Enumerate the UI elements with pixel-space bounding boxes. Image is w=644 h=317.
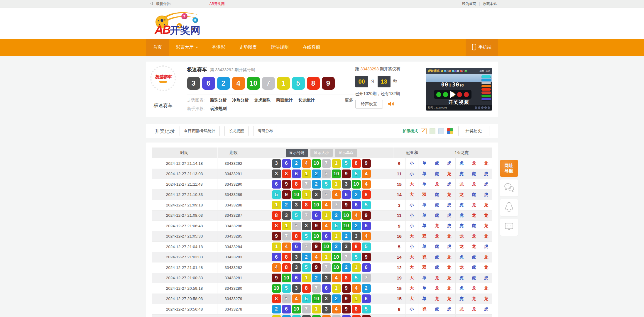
- table-row: 2024-12-27 21:05:33334332859785106123416…: [152, 231, 492, 242]
- dragon-tiger-value: 龙: [484, 265, 488, 270]
- display-button-显示号码[interactable]: 显示号码: [286, 149, 308, 157]
- nav-item-走势图表[interactable]: 走势图表: [232, 39, 264, 56]
- number-ball-4: 4: [292, 294, 301, 303]
- phone-icon: [472, 44, 476, 51]
- result-balls: 12531047689: [250, 315, 393, 317]
- number-ball-3: 3: [292, 263, 301, 272]
- bookmark-link[interactable]: 收藏本站: [483, 1, 497, 6]
- issue-cell: 33433290: [217, 179, 250, 189]
- number-ball-3: 3: [302, 315, 311, 317]
- size: 小: [405, 169, 418, 179]
- number-ball-8: 8: [352, 243, 361, 251]
- number-ball-6: 6: [292, 243, 301, 251]
- number-ball-7: 7: [362, 274, 371, 282]
- number-ball-2: 2: [342, 263, 351, 272]
- nav-item-彩票大厅[interactable]: 彩票大厅▼: [169, 39, 205, 56]
- sound-on-icon[interactable]: [388, 101, 395, 108]
- number-ball-2: 2: [312, 169, 321, 178]
- size: 小: [405, 200, 418, 210]
- bell-settings-button[interactable]: 铃声设置: [355, 100, 383, 109]
- video-timer: 00:3093: [426, 81, 479, 88]
- parity: 单: [418, 242, 431, 252]
- sum: 14: [393, 190, 405, 200]
- dragon-tiger: 虎: [455, 158, 468, 169]
- number-ball-3: 3: [322, 305, 331, 313]
- number-ball-5: 5: [362, 201, 371, 209]
- parity-value: 单: [422, 202, 427, 208]
- size: 大: [405, 283, 418, 294]
- dragon-tiger-value: 龙: [484, 213, 488, 218]
- eye-mode-color-swatch[interactable]: [447, 128, 453, 134]
- wechat-button[interactable]: [500, 179, 518, 196]
- site-nav-button[interactable]: 网址导航: [500, 160, 518, 177]
- sum: 8: [393, 304, 405, 314]
- dragon-tiger-value: 龙: [459, 265, 464, 270]
- nav-item-香港彩[interactable]: 香港彩: [205, 39, 232, 56]
- number-ball-1: 1: [277, 77, 290, 90]
- size: [405, 315, 418, 317]
- eye-mode-blue-swatch[interactable]: [438, 128, 444, 134]
- number-ball-5: 5: [302, 263, 311, 272]
- header-strip: 7 8 6 9 AB开奖网: [0, 8, 644, 39]
- number-ball-7: 7: [322, 159, 331, 168]
- number-ball-1: 1: [322, 211, 331, 220]
- nav-item-玩法规则[interactable]: 玩法规则: [264, 39, 295, 56]
- display-button-显示大小[interactable]: 显示大小: [310, 149, 333, 157]
- dragon-tiger-value: 虎: [447, 223, 451, 228]
- dragon-tiger: 虎: [468, 190, 480, 200]
- time-cell: 2024-12-27 21:10:33: [152, 190, 217, 200]
- number-ball-9: 9: [282, 190, 291, 199]
- rules-link[interactable]: 玩法规则: [210, 106, 227, 111]
- number-ball-3: 3: [187, 77, 200, 90]
- number-ball-1: 1: [282, 222, 291, 230]
- number-ball-4: 4: [322, 201, 331, 209]
- site-logo[interactable]: 7 8 6 9 AB开奖网: [154, 9, 222, 38]
- set-home-link[interactable]: 设为首页: [462, 1, 476, 6]
- number-ball-7: 7: [302, 180, 311, 189]
- trend-link-两面统计[interactable]: 两面统计: [276, 98, 293, 103]
- parity-value: 双: [422, 192, 427, 197]
- stat-button-号码分布[interactable]: 号码分布: [253, 126, 277, 136]
- number-ball-4: 4: [282, 243, 291, 251]
- size: 小: [405, 221, 418, 231]
- number-ball-1: 1: [332, 180, 341, 189]
- trend-link-路珠分析[interactable]: 路珠分析: [210, 98, 227, 103]
- mobile-version-button[interactable]: 手机端: [466, 39, 498, 56]
- number-ball-5: 5: [362, 305, 371, 313]
- stat-button-今日双面/号码统计[interactable]: 今日双面/号码统计: [180, 126, 220, 136]
- size-value: 大: [410, 255, 414, 260]
- number-ball-9: 9: [322, 77, 335, 90]
- video-issue-count: 期数 : 868: [479, 69, 490, 73]
- number-ball-4: 4: [362, 169, 371, 178]
- play-icon[interactable]: [450, 91, 456, 98]
- number-ball-1: 1: [332, 232, 341, 240]
- size-value: 小: [410, 306, 414, 312]
- live-draw-video[interactable]: 极速赛车 期数 : 868 00:3093 开奖视频 期号 : 30270903: [426, 68, 492, 111]
- issue-cell: 33433283: [217, 252, 250, 262]
- dragon-tiger: [431, 315, 443, 317]
- issue-cell: 33433291: [217, 169, 250, 179]
- issue-cell: 33433280: [217, 283, 250, 294]
- trend-link-龙虎路珠[interactable]: 龙虎路珠: [254, 98, 271, 103]
- number-ball-8: 8: [352, 305, 361, 313]
- number-ball-3: 3: [292, 201, 301, 209]
- number-ball-10: 10: [312, 232, 321, 240]
- display-button-显示单双[interactable]: 显示单双: [335, 149, 357, 157]
- eye-mode-green-swatch[interactable]: [430, 128, 435, 134]
- nav-item-首页[interactable]: 首页: [146, 39, 169, 56]
- number-ball-3: 3: [322, 294, 331, 303]
- history-button[interactable]: 开奖历史: [458, 126, 489, 136]
- trend-link-冷热分析[interactable]: 冷热分析: [232, 98, 249, 103]
- number-ball-1: 1: [332, 159, 341, 168]
- number-ball-10: 10: [312, 201, 321, 209]
- eye-mode-checkbox-checked[interactable]: [421, 128, 427, 134]
- dragon-tiger: 龙: [455, 231, 468, 242]
- announcement-link[interactable]: AB开奖网: [209, 1, 225, 6]
- stat-button-长龙提醒[interactable]: 长龙提醒: [224, 126, 249, 136]
- feedback-button[interactable]: [500, 219, 518, 236]
- nav-item-在线客服[interactable]: 在线客服: [295, 39, 327, 56]
- more-link[interactable]: 更多∨: [345, 98, 356, 103]
- number-ball-9: 9: [342, 284, 351, 293]
- trend-link-长龙统计[interactable]: 长龙统计: [298, 98, 315, 103]
- qq-button[interactable]: [500, 199, 518, 216]
